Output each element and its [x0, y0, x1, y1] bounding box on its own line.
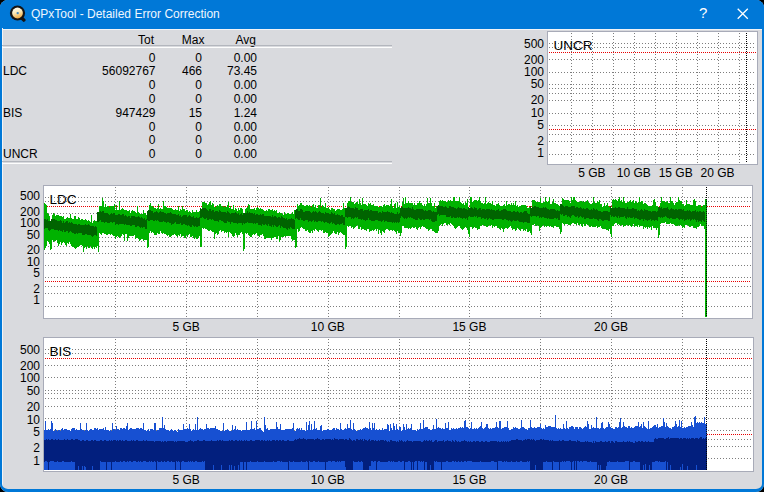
svg-text:1: 1 [33, 293, 40, 307]
svg-text:BIS: BIS [49, 344, 71, 359]
svg-text:500: 500 [20, 189, 40, 203]
svg-text:20 GB: 20 GB [594, 473, 628, 487]
svg-text:10 GB: 10 GB [617, 166, 651, 180]
svg-text:20 GB: 20 GB [701, 166, 735, 180]
svg-text:5: 5 [33, 266, 40, 280]
svg-text:5: 5 [33, 425, 40, 439]
svg-text:15 GB: 15 GB [452, 473, 486, 487]
svg-text:5 GB: 5 GB [172, 320, 199, 334]
svg-text:10 GB: 10 GB [311, 320, 345, 334]
svg-text:50: 50 [531, 77, 545, 91]
svg-text:5 GB: 5 GB [578, 166, 605, 180]
svg-text:20 GB: 20 GB [594, 320, 628, 334]
svg-text:50: 50 [27, 228, 41, 242]
svg-text:15 GB: 15 GB [452, 320, 486, 334]
svg-text:LDC: LDC [49, 192, 76, 207]
svg-text:500: 500 [20, 343, 40, 357]
svg-text:15 GB: 15 GB [659, 166, 693, 180]
svg-text:500: 500 [524, 37, 544, 51]
svg-text:1: 1 [33, 454, 40, 468]
svg-text:50: 50 [27, 384, 41, 398]
svg-text:5: 5 [537, 118, 544, 132]
svg-text:5 GB: 5 GB [172, 473, 199, 487]
svg-text:UNCR: UNCR [553, 38, 592, 53]
svg-text:10 GB: 10 GB [311, 473, 345, 487]
svg-text:1: 1 [537, 146, 544, 160]
